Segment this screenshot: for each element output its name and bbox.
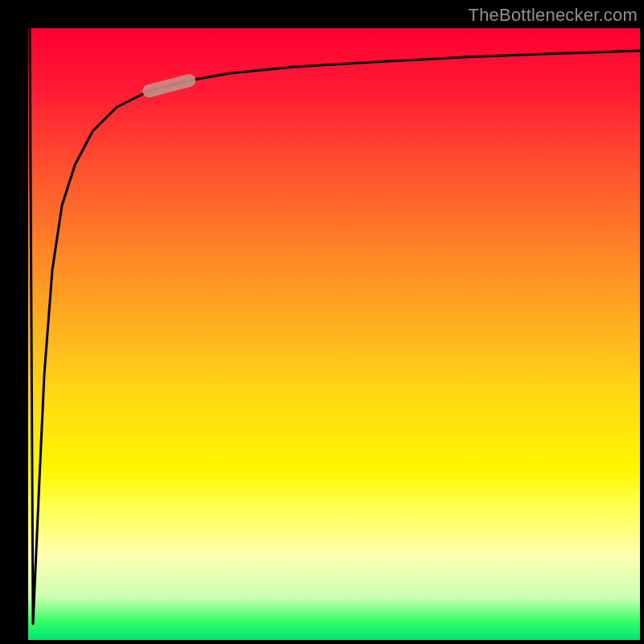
curve-svg: [28, 28, 640, 640]
highlight-segment: [149, 80, 189, 91]
bottleneck-curve: [30, 28, 640, 624]
watermark-text: TheBottlenecker.com: [469, 5, 638, 26]
chart-frame: TheBottlenecker.com: [0, 0, 644, 644]
plot-area: [28, 28, 640, 640]
